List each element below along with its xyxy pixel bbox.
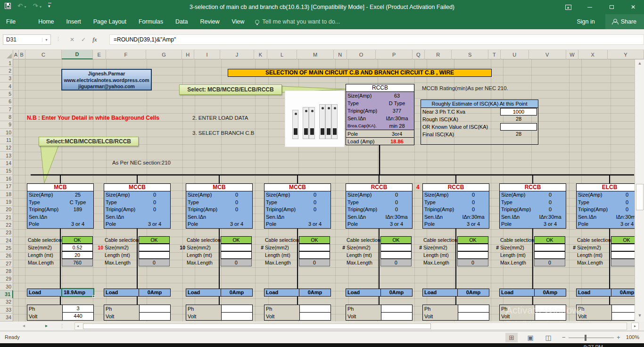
branch-type-value[interactable]: 0 <box>535 199 566 207</box>
branch-breaker-type[interactable]: RCCB <box>423 184 489 191</box>
row-header-26[interactable]: 26 <box>0 252 13 260</box>
load-value-cell[interactable]: 0Amp <box>611 289 635 296</box>
branch-sen-value[interactable] <box>62 214 93 221</box>
known-isc-input[interactable] <box>500 123 537 131</box>
branch-breaker-type[interactable]: ELCB <box>577 184 635 191</box>
zoom-out-icon[interactable]: − <box>562 334 566 341</box>
ph-volt-table[interactable]: Ph Volt <box>104 305 171 321</box>
row-header-17[interactable]: 17 <box>0 183 13 190</box>
main-breaker-type[interactable]: RCCB <box>346 84 414 92</box>
branch-type-value[interactable]: 0 <box>139 199 170 207</box>
cable-status-cell[interactable]: OK <box>221 236 252 244</box>
row-header-19[interactable]: 19 <box>0 198 13 206</box>
prev-sheet-icon[interactable]: ◂ <box>23 323 25 328</box>
row-header-16[interactable]: 16 <box>0 175 13 182</box>
ph-input[interactable] <box>139 305 170 313</box>
ph-volt-table[interactable]: Ph Volt <box>499 305 566 321</box>
cable-size-input[interactable] <box>299 244 330 251</box>
max-length-cell[interactable]: 0 <box>139 259 170 266</box>
tab-page-layout[interactable]: Page Layout <box>87 14 132 29</box>
column-header-J[interactable]: J <box>220 50 254 59</box>
main-breaker-table[interactable]: RCCB Size(Amp)63 TypeD Type Triping(Amp)… <box>346 84 414 145</box>
column-header-P[interactable]: P <box>376 50 413 59</box>
max-length-cell[interactable]: 760 <box>62 259 93 266</box>
branch-triping-value[interactable]: 0 <box>139 206 170 214</box>
branch-breaker-type[interactable]: MCB <box>186 184 252 191</box>
column-header-Q[interactable]: Q <box>413 50 425 59</box>
restore-button[interactable] <box>601 0 622 14</box>
load-row[interactable]: Load 0Amp <box>422 289 489 297</box>
volt-input[interactable] <box>458 313 489 320</box>
sheet-title-banner[interactable]: SELECTION OF MAIN CIRCUIT C.B AND BRANCH… <box>228 69 492 77</box>
load-value-cell[interactable]: 0Amp <box>381 289 412 296</box>
ph-input[interactable]: 3 <box>62 305 93 313</box>
cable-size-input[interactable] <box>611 244 635 251</box>
ph-input[interactable] <box>611 305 635 313</box>
row-header-13[interactable]: 13 <box>0 152 13 159</box>
column-header-F[interactable]: F <box>106 50 147 59</box>
column-header-U[interactable]: U <box>501 50 529 59</box>
nb-note[interactable]: N.B : Enter Your Detail in white Backgro… <box>27 115 159 121</box>
step3-note[interactable]: 3. SELECT BRANCH C.B <box>192 130 254 136</box>
branch-pole-value[interactable]: 3 or 4 <box>221 221 252 228</box>
cable-status-cell[interactable]: OK <box>534 236 565 244</box>
scroll-down-icon[interactable]: ▼ <box>637 313 643 318</box>
callout-select-branch-cb[interactable]: Select:MCB/MCCB/ELCB/RCCB <box>39 137 139 146</box>
confirm-entry-icon[interactable]: ✓ <box>81 36 86 43</box>
row-header-5[interactable]: 5 <box>0 90 13 98</box>
column-header-V[interactable]: V <box>529 50 567 59</box>
horizontal-scroll-thumb[interactable] <box>83 323 431 329</box>
load-value-cell[interactable]: 0Amp <box>458 289 489 296</box>
load-value-cell[interactable]: 0Amp <box>139 289 170 296</box>
row-header-33[interactable]: 33 <box>0 306 13 314</box>
branch-sen-value[interactable] <box>221 214 252 221</box>
row-header-28[interactable]: 28 <box>0 267 13 275</box>
cable-length-input[interactable] <box>534 251 565 259</box>
branch-pole-value[interactable]: 3 or 4 <box>139 221 170 228</box>
column-header-A[interactable]: A <box>13 50 19 59</box>
branch-size-value[interactable]: 0 <box>611 191 635 199</box>
share-button[interactable]: Share <box>605 14 644 29</box>
callout-select-main-cb[interactable]: Select: MCB/MCCB/ELCB/RCCB <box>179 84 282 95</box>
zoom-slider-track[interactable] <box>569 338 614 338</box>
column-header-L[interactable]: L <box>267 50 297 59</box>
branch-type-value[interactable]: C Type <box>62 199 93 207</box>
row-header-1[interactable]: 1 <box>0 59 13 67</box>
main-pole-value[interactable]: 3or4 <box>380 130 414 137</box>
row-header-10[interactable]: 10 <box>0 129 13 136</box>
row-header-15[interactable]: 15 <box>0 167 13 175</box>
branch-triping-value[interactable]: 0 <box>611 206 635 214</box>
cable-status-cell[interactable]: OK <box>299 236 330 244</box>
load-row[interactable]: Load 0Amp <box>576 289 635 297</box>
row-header-14[interactable]: 14 <box>0 159 13 167</box>
cable-length-input[interactable] <box>139 251 170 259</box>
author-info-box[interactable]: Jignesh.Parmar www.electricalnotes.wordp… <box>61 69 152 91</box>
scroll-up-icon[interactable]: ▲ <box>637 61 643 66</box>
branch-triping-value[interactable]: 0 <box>458 206 489 214</box>
cable-size-input[interactable] <box>221 244 252 251</box>
branch-triping-value[interactable]: 0 <box>299 206 330 214</box>
column-header-Y[interactable]: Y <box>608 50 644 59</box>
column-header-W[interactable]: W <box>566 50 578 59</box>
row-header-8[interactable]: 8 <box>0 113 13 121</box>
branch-breaker-table[interactable]: RCCB Size(Amp)0 Type0 Triping(Amp)0 Sen.… <box>499 183 566 229</box>
nec-section-note[interactable]: As Per NEC section:210 <box>112 160 171 165</box>
scroll-left-icon[interactable]: ◂ <box>77 324 79 328</box>
tab-formulas[interactable]: Formulas <box>132 14 169 29</box>
branch-breaker-table[interactable]: MCB Size(Amp)0 Type0 Triping(Amp)0 Sen.I… <box>186 183 253 229</box>
cable-status-cell[interactable]: OK <box>611 236 635 244</box>
branch-size-value[interactable]: 0 <box>221 191 252 199</box>
cable-length-input[interactable] <box>221 251 252 259</box>
row-header-20[interactable]: 20 <box>0 206 13 214</box>
final-isc-value[interactable]: 28 <box>500 131 537 138</box>
branch-sen-value[interactable]: IΔn:30ma <box>458 214 489 221</box>
cable-length-input[interactable] <box>457 251 488 259</box>
branch-breaker-type[interactable]: RCCB <box>346 184 412 191</box>
max-length-cell[interactable]: 0 <box>534 259 565 266</box>
cable-size-input[interactable] <box>139 244 170 251</box>
branch-breaker-type[interactable]: MCCB <box>104 184 170 191</box>
row-header-7[interactable]: 7 <box>0 106 13 113</box>
tab-view[interactable]: View <box>225 14 250 29</box>
row-header-23[interactable]: 23 <box>0 229 13 237</box>
load-row[interactable]: Load 0Amp <box>104 289 171 297</box>
